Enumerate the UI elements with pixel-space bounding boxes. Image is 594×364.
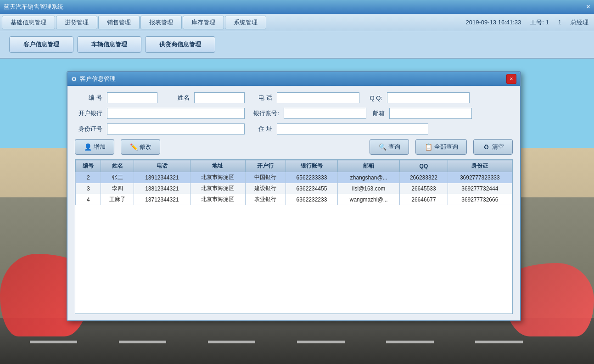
button-row: 👤 增加 ✏️ 修改 🔍 查询 📋 全部查询 ♻ 清空 <box>75 139 513 155</box>
cell-bankno: 6562233333 <box>286 172 337 183</box>
col-header-bank: 开户行 <box>245 160 286 172</box>
cell-id: 3 <box>76 183 101 194</box>
label-bank: 开户银行 <box>75 109 102 118</box>
cell-bank: 农业银行 <box>245 194 286 205</box>
dialog-body: 编 号 姓名 电 话 Q Q: 开户银行 银行账号: 邮箱 身份证号 住 址 <box>67 86 520 320</box>
input-name[interactable] <box>194 92 245 103</box>
data-table-container[interactable]: 编号 姓名 电话 地址 开户行 银行账号 邮箱 QQ 身份证 2张三139123… <box>75 159 513 314</box>
cell-bank: 中国银行 <box>245 172 286 183</box>
table-row[interactable]: 4王麻子13712344321北京市海淀区农业银行6362232233wangm… <box>76 194 512 205</box>
table-row[interactable]: 3李四13812344321北京市海淀区建设银行6362234455lisi@1… <box>76 183 512 194</box>
add-button[interactable]: 👤 增加 <box>75 139 114 155</box>
cell-qq: 266233322 <box>400 172 448 183</box>
menu-item-system[interactable]: 系统管理 <box>225 16 266 29</box>
form-row-1: 编 号 姓名 电 话 Q Q: <box>75 92 513 103</box>
cell-qq: 26646677 <box>400 194 448 205</box>
cell-idcard: 369277732666 <box>448 194 512 205</box>
table-header-row: 编号 姓名 电话 地址 开户行 银行账号 邮箱 QQ 身份证 <box>76 160 512 172</box>
menu-bar: 基础信息管理 进货管理 销售管理 报表管理 库存管理 系统管理 2019-09-… <box>0 14 594 31</box>
btn-customer-info[interactable]: 客户信息管理 <box>9 36 73 53</box>
cell-idcard: 3692777323333 <box>448 172 512 183</box>
add-icon: 👤 <box>84 143 92 151</box>
title-bar: 蓝天汽车销售管理系统 × <box>0 0 594 14</box>
col-header-qq: QQ <box>400 160 448 172</box>
input-bank[interactable] <box>107 108 245 119</box>
col-header-idcard: 身份证 <box>448 160 512 172</box>
btn-vehicle-info[interactable]: 车辆信息管理 <box>77 36 141 53</box>
cell-phone: 13812344321 <box>134 183 190 194</box>
cell-email: lisi@163.com <box>338 183 400 194</box>
datetime-display: 2019-09-13 16:41:33 <box>466 19 521 26</box>
cell-qq: 26645533 <box>400 183 448 194</box>
input-email[interactable] <box>389 108 472 119</box>
track-dash-3 <box>208 341 256 343</box>
cell-address: 北京市海淀区 <box>190 172 245 183</box>
sub-toolbar: 客户信息管理 车辆信息管理 供货商信息管理 <box>0 31 594 59</box>
cell-bank: 建设银行 <box>245 183 286 194</box>
query-icon: 🔍 <box>378 143 387 151</box>
input-address[interactable] <box>277 123 428 134</box>
customer-table: 编号 姓名 电话 地址 开户行 银行账号 邮箱 QQ 身份证 2张三139123… <box>75 160 512 205</box>
track-dash-1 <box>30 341 78 343</box>
col-header-phone: 电话 <box>134 160 190 172</box>
app-close-button[interactable]: × <box>586 3 590 11</box>
label-phone: 电 话 <box>249 94 272 102</box>
label-address: 住 址 <box>249 125 272 133</box>
label-qq: Q Q: <box>364 95 382 101</box>
dialog-close-button[interactable]: × <box>506 74 516 84</box>
form-row-2: 开户银行 银行账号: 邮箱 <box>75 108 513 119</box>
job-display: 工号: 1 <box>530 18 549 27</box>
track-decoration <box>0 318 594 364</box>
track-dash-5 <box>386 341 434 343</box>
form-row-3: 身份证号 住 址 <box>75 123 513 134</box>
label-email: 邮箱 <box>371 109 385 118</box>
query-all-icon: 📋 <box>424 143 432 151</box>
cell-name: 李四 <box>101 183 134 194</box>
menu-item-basic[interactable]: 基础信息管理 <box>2 16 55 29</box>
cell-email: wangmazhi@... <box>338 194 400 205</box>
menu-item-sales[interactable]: 销售管理 <box>98 16 140 29</box>
col-header-id: 编号 <box>76 160 101 172</box>
track-dash-6 <box>475 341 523 343</box>
clear-button[interactable]: ♻ 清空 <box>473 139 513 155</box>
table-row[interactable]: 2张三13912344321北京市海淀区中国银行6562233333zhangs… <box>76 172 512 183</box>
query-all-button[interactable]: 📋 全部查询 <box>415 139 467 155</box>
input-phone[interactable] <box>277 92 359 103</box>
input-qq[interactable] <box>387 92 470 103</box>
query-button[interactable]: 🔍 查询 <box>370 139 409 155</box>
role-display: 总经理 <box>571 18 588 27</box>
input-bankno[interactable] <box>284 108 366 119</box>
cell-address: 北京市海淀区 <box>190 194 245 205</box>
dialog-gear-icon: ⚙ <box>71 75 77 83</box>
dialog-title-bar: ⚙ 客户信息管理 × <box>67 72 520 86</box>
clear-icon: ♻ <box>482 143 490 151</box>
edit-button[interactable]: ✏️ 修改 <box>121 139 160 155</box>
menu-item-purchase[interactable]: 进货管理 <box>56 16 97 29</box>
cell-email: zhangshan@... <box>338 172 400 183</box>
menu-item-inventory[interactable]: 库存管理 <box>183 16 224 29</box>
cell-idcard: 369277732444 <box>448 183 512 194</box>
cell-bankno: 6362234455 <box>286 183 337 194</box>
input-idcard[interactable] <box>107 123 245 134</box>
cell-id: 2 <box>76 172 101 183</box>
app-title: 蓝天汽车销售管理系统 <box>4 3 63 11</box>
menu-item-report[interactable]: 报表管理 <box>140 16 182 29</box>
cell-bankno: 6362232233 <box>286 194 337 205</box>
cell-id: 4 <box>76 194 101 205</box>
col-header-name: 姓名 <box>101 160 134 172</box>
input-id[interactable] <box>107 92 157 103</box>
cell-address: 北京市海淀区 <box>190 183 245 194</box>
col-header-email: 邮箱 <box>338 160 400 172</box>
cell-name: 张三 <box>101 172 134 183</box>
cell-phone: 13712344321 <box>134 194 190 205</box>
cell-name: 王麻子 <box>101 194 134 205</box>
userid-display: 1 <box>558 19 561 26</box>
label-idcard: 身份证号 <box>75 125 102 133</box>
col-header-bankno: 银行账号 <box>286 160 337 172</box>
label-id: 编 号 <box>75 94 102 102</box>
btn-supplier-info[interactable]: 供货商信息管理 <box>145 36 215 53</box>
label-name: 姓名 <box>162 94 190 102</box>
menu-right-info: 2019-09-13 16:41:33 工号: 1 1 总经理 <box>466 18 592 27</box>
edit-icon: ✏️ <box>129 143 138 151</box>
cell-phone: 13912344321 <box>134 172 190 183</box>
